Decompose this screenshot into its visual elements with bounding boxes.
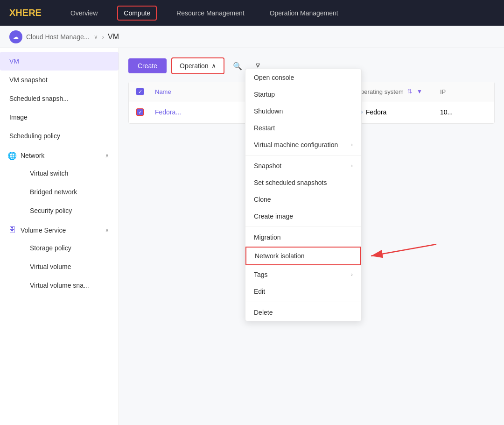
network-icon: 🌐 [7,151,17,160]
menu-snapshot-label: Snapshot [254,162,281,170]
main-content: Create Operation ∧ 🔍 ⛛ ✓ Name Tags ▼ Ope… [119,48,504,425]
col-ip-header: IP [440,88,487,95]
annotation-arrow [362,230,455,268]
menu-create-image-label: Create image [254,212,293,220]
menu-shutdown[interactable]: Shutdown [245,103,361,120]
sidebar-item-virtual-switch[interactable]: Virtual switch [21,164,119,183]
menu-clone[interactable]: Clone [245,191,361,208]
volume-icon: 🗄 [7,226,17,235]
sidebar-item-vm-snapshot[interactable]: VM snapshot [0,71,119,89]
sidebar-item-scheduling-policy[interactable]: Scheduling policy [0,127,119,145]
menu-set-scheduled-snapshots-label: Set scheduled snapshots [254,179,327,186]
search-button[interactable]: 🔍 [229,60,246,72]
os-filter-icon[interactable]: ▼ [417,88,422,95]
menu-open-console-label: Open console [254,74,294,81]
main-layout: VM VM snapshot Scheduled snapsh... Image… [0,48,504,425]
menu-open-console[interactable]: Open console [245,69,361,86]
nav-overview[interactable]: Overview [65,7,103,20]
menu-restart[interactable]: Restart [245,120,361,136]
breadcrumb-separator: › [102,33,104,41]
sidebar-network-subitems: Virtual switch Bridged network Security … [0,164,119,220]
menu-tags[interactable]: Tags › [245,266,361,283]
sidebar-item-virtual-volume-snapshot[interactable]: Virtual volume sna... [21,276,119,295]
sidebar-section-volume[interactable]: 🗄 Volume Service ∧ [0,220,119,239]
os-sort-icon[interactable]: ⇅ [407,88,412,95]
menu-create-image[interactable]: Create image [245,208,361,225]
logo-x: X [9,7,15,18]
menu-shutdown-label: Shutdown [254,107,283,115]
menu-startup[interactable]: Startup [245,86,361,103]
sidebar-section-network[interactable]: 🌐 Network ∧ [0,145,119,164]
row-ip: 10... [440,108,487,116]
nav-compute[interactable]: Compute [117,6,157,21]
sidebar-network-label: Network [21,152,44,159]
col-os-header: Operating system ⇅ ▼ [356,88,440,95]
os-name: Fedora [366,108,386,116]
operation-chevron-icon: ∧ [211,62,216,70]
row-checkbox-container[interactable]: ✓ [136,108,155,116]
menu-delete[interactable]: Delete [245,304,361,321]
nav-resource-management[interactable]: Resource Management [171,7,250,20]
create-button[interactable]: Create [128,58,167,73]
divider-1 [245,155,361,156]
sidebar-volume-subitems: Storage policy Virtual volume Virtual vo… [0,239,119,295]
operation-label: Operation [180,62,208,70]
menu-edit-label: Edit [254,288,265,295]
logo-here: HERE [15,7,42,18]
menu-startup-label: Startup [254,91,275,98]
sidebar-item-scheduled-snapshots[interactable]: Scheduled snapsh... [0,89,119,108]
sidebar-volume-label: Volume Service [21,227,66,234]
menu-restart-label: Restart [254,124,275,132]
sidebar-item-bridged-network[interactable]: Bridged network [21,183,119,201]
top-navigation: XHERE Overview Compute Resource Manageme… [0,0,504,26]
menu-snapshot[interactable]: Snapshot › [245,157,361,174]
operation-button[interactable]: Operation ∧ [171,57,224,74]
svg-line-1 [371,244,436,256]
tags-arrow-icon: › [351,271,353,278]
menu-migration[interactable]: Migration [245,229,361,246]
sidebar-item-security-policy[interactable]: Security policy [21,201,119,220]
cloud-icon: ☁ [9,30,22,43]
operation-dropdown: Open console Startup Shutdown Restart Vi… [245,69,362,321]
menu-set-scheduled-snapshots[interactable]: Set scheduled snapshots [245,174,361,191]
sidebar-item-image[interactable]: Image [0,108,119,127]
header-checkbox[interactable]: ✓ [136,88,155,95]
snapshot-arrow-icon: › [351,163,353,169]
sidebar-item-virtual-volume[interactable]: Virtual volume [21,257,119,276]
nav-operation-management[interactable]: Operation Management [264,7,344,20]
divider-2 [245,227,361,227]
network-chevron-icon: ∧ [105,152,109,159]
sidebar-item-vm[interactable]: VM [0,52,119,71]
menu-clone-label: Clone [254,196,271,203]
row-os: ⊕ Fedora [356,107,440,117]
menu-edit[interactable]: Edit [245,283,361,300]
breadcrumb: ☁ Cloud Host Manage... ∨ › VM [0,26,504,48]
menu-tags-label: Tags [254,271,268,278]
menu-vm-config[interactable]: Virtual machine configuration › [245,136,361,153]
logo: XHERE [9,7,42,18]
volume-chevron-icon: ∧ [105,227,109,234]
menu-migration-label: Migration [254,234,281,241]
divider-3 [245,302,361,302]
menu-network-isolation[interactable]: Network isolation [245,247,361,265]
menu-delete-label: Delete [254,309,273,316]
breadcrumb-chevron-icon[interactable]: ∨ [94,34,98,40]
sidebar-item-storage-policy[interactable]: Storage policy [21,239,119,257]
menu-network-isolation-label: Network isolation [255,252,305,260]
sidebar: VM VM snapshot Scheduled snapsh... Image… [0,48,119,425]
menu-vm-config-label: Virtual machine configuration [254,141,338,149]
breadcrumb-current: VM [108,33,119,41]
row-checkbox[interactable]: ✓ [136,108,144,116]
vm-config-arrow-icon: › [351,142,353,148]
select-all-checkbox[interactable]: ✓ [136,88,144,95]
breadcrumb-parent[interactable]: Cloud Host Manage... [26,33,89,41]
